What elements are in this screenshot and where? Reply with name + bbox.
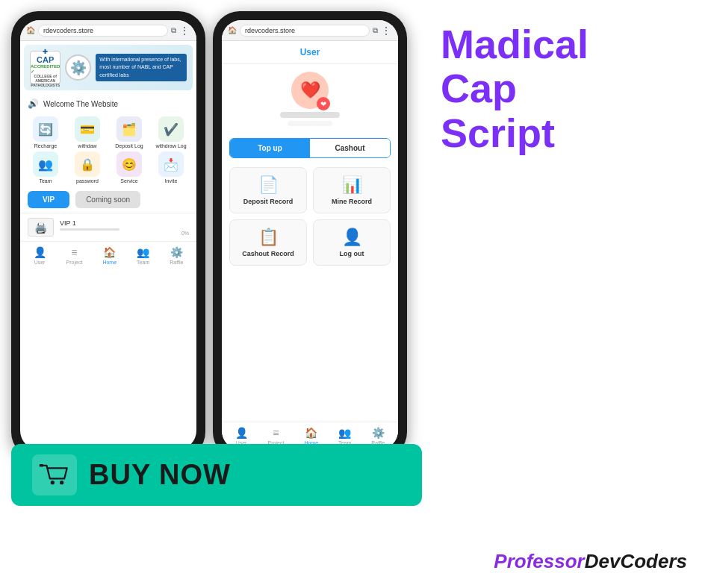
phone2-url: rdevcoders.store <box>240 25 370 37</box>
password-icon-box: 🔒 <box>75 151 100 177</box>
cap-accredited: ACCREDITED ✓ <box>31 64 60 74</box>
phone2-nav-team[interactable]: 👥 Team <box>338 427 351 445</box>
phone2-frame: 🏠 rdevcoders.store ⧉ ⋮ User ❤️ <box>213 11 407 459</box>
tab-icon: ⧉ <box>171 26 176 35</box>
phone2-user-nav-icon: 👤 <box>235 427 248 439</box>
heart-badge: ❤ <box>317 97 330 110</box>
icon-team[interactable]: 👥 Team <box>26 151 65 184</box>
nav-project[interactable]: ≡ Project <box>66 246 83 265</box>
phone2-nav-user[interactable]: 👤 User <box>235 427 248 445</box>
svg-point-1 <box>51 481 55 484</box>
phone2-nav-raffle[interactable]: ⚙️ Raffle <box>371 427 385 445</box>
team-nav-label: Team <box>137 260 149 265</box>
home-nav-label: Home <box>102 260 117 265</box>
phone2-project-nav-icon: ≡ <box>273 427 279 439</box>
phone1-browser-bar: 🏠 rdevcoders.store ⧉ ⋮ <box>20 20 196 41</box>
team-icon-box: 👥 <box>33 151 58 177</box>
icon-grid: 🔄 Recharge 💳 withdaw 🗂️ Deposit Log <box>20 113 196 187</box>
headline-line1: Madical <box>441 22 687 66</box>
main-container: 🏠 rdevcoders.store ⧉ ⋮ ✚ CAP ACCREDITED … <box>0 0 702 588</box>
icon-deposit-log[interactable]: 🗂️ Deposit Log <box>110 116 149 148</box>
welcome-text: Welcome The Website <box>43 100 118 108</box>
withdraw-icon-box: 💳 <box>75 116 100 142</box>
phone2-home-nav-icon: 🏠 <box>305 427 317 439</box>
home-nav-icon: 🏠 <box>103 246 116 258</box>
withdraw-log-icon-box: ✔️ <box>158 116 184 142</box>
icon-invite[interactable]: 📩 Invite <box>152 151 190 184</box>
phone1-bottom-nav: 👤 User ≡ Project 🏠 Home <box>20 241 196 269</box>
vip-button[interactable]: VIP <box>28 191 69 208</box>
recharge-icon-box: 🔄 <box>33 116 58 142</box>
phone2-nav-home[interactable]: 🏠 Home <box>304 427 318 445</box>
nav-home[interactable]: 🏠 Home <box>102 246 117 265</box>
nav-raffle[interactable]: ⚙️ Raffle <box>170 246 183 265</box>
professor-text: Professor <box>494 550 584 573</box>
nav-team[interactable]: 👥 Team <box>137 246 149 265</box>
menu-dots: ⋮ <box>179 25 190 37</box>
recharge-label: Recharge <box>34 143 57 148</box>
deposit-record-card[interactable]: 📄 Deposit Record <box>229 167 307 213</box>
team-label: Team <box>39 178 52 184</box>
phone1-screen: 🏠 rdevcoders.store ⧉ ⋮ ✚ CAP ACCREDITED … <box>20 20 196 450</box>
topup-tab[interactable]: Top up <box>230 139 310 157</box>
cashout-record-label: Cashout Record <box>242 250 294 257</box>
phone2-nav-project[interactable]: ≡ Project <box>268 427 285 445</box>
phone2-menu-dots: ⋮ <box>381 25 392 37</box>
cashout-record-icon: 📋 <box>258 228 279 247</box>
deposit-log-label: Deposit Log <box>115 143 143 148</box>
buy-section: BUY NOW <box>11 444 422 506</box>
progress-text: 0% <box>60 231 189 236</box>
mine-record-label: Mine Record <box>332 198 372 205</box>
phone2-home-icon: 🏠 <box>228 26 237 34</box>
icon-recharge[interactable]: 🔄 Recharge <box>26 116 65 148</box>
footer-brand: Professor DevCoders <box>494 550 687 573</box>
vip-buttons: VIP Coming soon <box>20 187 196 213</box>
invite-label: Invite <box>165 178 178 184</box>
phone1-frame: 🏠 rdevcoders.store ⧉ ⋮ ✚ CAP ACCREDITED … <box>11 11 205 459</box>
withdraw-log-label: withdraw Log <box>155 143 186 148</box>
phones-section: 🏠 rdevcoders.store ⧉ ⋮ ✚ CAP ACCREDITED … <box>0 0 433 588</box>
vip-product-icon: 🖨️ <box>28 218 54 237</box>
project-nav-icon: ≡ <box>71 246 77 258</box>
vip-product-label: VIP 1 <box>60 219 189 227</box>
coming-soon-button[interactable]: Coming soon <box>75 191 140 208</box>
user-profile: ❤️ ❤ <box>222 64 398 134</box>
icon-withdraw-log[interactable]: ✔️ withdraw Log <box>152 116 190 148</box>
svg-rect-0 <box>40 464 43 467</box>
phone1-url: rdevcoders.store <box>38 25 168 37</box>
cap-description: With international presence of labs, mos… <box>96 54 187 82</box>
cart-icon-wrapper <box>32 454 77 495</box>
mine-record-card[interactable]: 📊 Mine Record <box>313 167 391 213</box>
project-nav-label: Project <box>66 260 83 265</box>
speaker-icon: 🔊 <box>28 98 39 109</box>
cap-title: CAP <box>37 55 54 64</box>
headline: Madical Cap Script <box>441 22 687 155</box>
withdraw-label: withdaw <box>78 143 96 148</box>
buy-now-button[interactable]: BUY NOW <box>11 444 422 506</box>
vip-product: 🖨️ VIP 1 0% <box>20 213 196 241</box>
deposit-log-icon-box: 🗂️ <box>117 116 142 142</box>
nav-user[interactable]: 👤 User <box>34 246 46 265</box>
devcoders-text: DevCoders <box>585 550 687 573</box>
phone2-browser-bar: 🏠 rdevcoders.store ⧉ ⋮ <box>222 20 398 41</box>
invite-icon-box: 📩 <box>158 151 184 177</box>
user-name-placeholder <box>280 112 340 118</box>
cap-banner: ✚ CAP ACCREDITED ✓ COLLEGE of AMERICAN P… <box>24 45 193 90</box>
icon-withdraw[interactable]: 💳 withdaw <box>68 116 107 148</box>
record-grid: 📄 Deposit Record 📊 Mine Record 📋 Cashout… <box>222 163 398 270</box>
headline-line3: Script <box>441 111 687 155</box>
phone1-content: ✚ CAP ACCREDITED ✓ COLLEGE of AMERICAN P… <box>20 41 196 450</box>
cashout-tab[interactable]: Cashout <box>310 139 390 157</box>
logout-card[interactable]: 👤 Log out <box>313 219 391 266</box>
service-label: Service <box>120 178 137 184</box>
topup-cashout-tabs: Top up Cashout <box>229 138 391 158</box>
phone2-tab-icon: ⧉ <box>373 26 378 35</box>
phone2-screen: 🏠 rdevcoders.store ⧉ ⋮ User ❤️ <box>222 20 398 450</box>
icon-service[interactable]: 😊 Service <box>110 151 149 184</box>
logout-label: Log out <box>340 250 364 257</box>
icon-password[interactable]: 🔒 password <box>68 151 107 184</box>
home-icon: 🏠 <box>26 26 35 34</box>
cashout-record-card[interactable]: 📋 Cashout Record <box>229 219 307 266</box>
headline-line2: Cap <box>441 66 687 110</box>
cart-icon <box>38 459 71 492</box>
